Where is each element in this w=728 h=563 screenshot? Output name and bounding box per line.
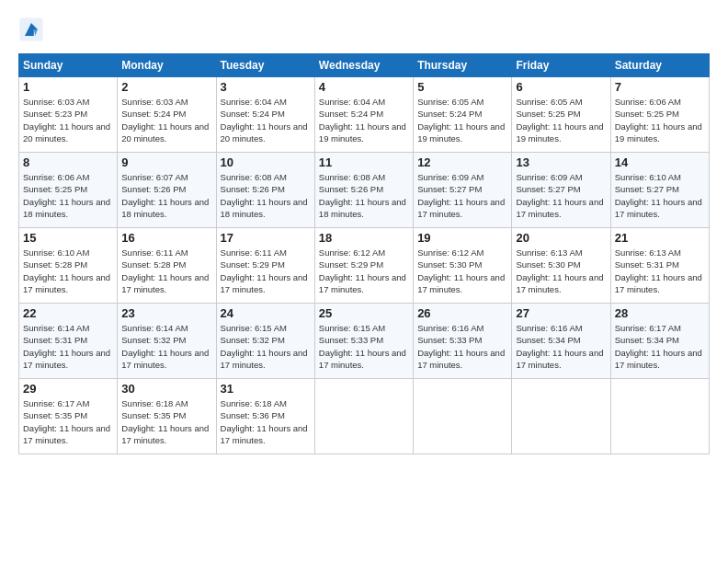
calendar-cell: 28 Sunrise: 6:17 AM Sunset: 5:34 PM Dayl…	[610, 304, 709, 379]
day-number: 29	[23, 382, 113, 396]
daylight: Daylight: 11 hours and 18 minutes.	[121, 197, 209, 219]
logo-icon	[18, 17, 44, 42]
sunrise: Sunrise: 6:04 AM	[221, 97, 287, 107]
sunset: Sunset: 5:24 PM	[417, 109, 482, 119]
day-number: 12	[417, 155, 507, 169]
sunset: Sunset: 5:27 PM	[615, 184, 679, 194]
daylight: Daylight: 11 hours and 17 minutes.	[615, 197, 702, 219]
daylight: Daylight: 11 hours and 18 minutes.	[319, 197, 406, 219]
sunset: Sunset: 5:28 PM	[23, 259, 87, 270]
day-number: 10	[221, 155, 311, 169]
day-info: Sunrise: 6:13 AM Sunset: 5:30 PM Dayligh…	[516, 247, 606, 295]
day-info: Sunrise: 6:08 AM Sunset: 5:26 PM Dayligh…	[221, 171, 311, 220]
calendar-cell: 21 Sunrise: 6:13 AM Sunset: 5:31 PM Dayl…	[610, 228, 709, 304]
sunset: Sunset: 5:29 PM	[221, 259, 285, 270]
calendar-cell: 14 Sunrise: 6:10 AM Sunset: 5:27 PM Dayl…	[610, 153, 709, 228]
calendar-cell: 3 Sunrise: 6:04 AM Sunset: 5:24 PM Dayli…	[216, 77, 314, 153]
day-info: Sunrise: 6:12 AM Sunset: 5:29 PM Dayligh…	[319, 247, 409, 295]
day-number: 13	[516, 155, 606, 169]
daylight: Daylight: 11 hours and 19 minutes.	[615, 121, 702, 144]
calendar-cell: 15 Sunrise: 6:10 AM Sunset: 5:28 PM Dayl…	[19, 228, 118, 304]
day-number: 1	[23, 80, 113, 94]
calendar-cell	[414, 379, 512, 454]
sunset: Sunset: 5:35 PM	[23, 410, 87, 420]
daylight: Daylight: 11 hours and 20 minutes.	[221, 121, 308, 144]
daylight: Daylight: 11 hours and 18 minutes.	[221, 197, 308, 219]
day-info: Sunrise: 6:05 AM Sunset: 5:25 PM Dayligh…	[516, 96, 606, 144]
calendar-cell: 11 Sunrise: 6:08 AM Sunset: 5:26 PM Dayl…	[314, 153, 413, 228]
daylight: Daylight: 11 hours and 19 minutes.	[417, 121, 505, 144]
daylight: Daylight: 11 hours and 17 minutes.	[121, 272, 209, 294]
day-info: Sunrise: 6:14 AM Sunset: 5:31 PM Dayligh…	[23, 322, 113, 371]
sunset: Sunset: 5:36 PM	[221, 410, 285, 420]
calendar-cell: 8 Sunrise: 6:06 AM Sunset: 5:25 PM Dayli…	[19, 153, 118, 228]
sunset: Sunset: 5:33 PM	[319, 335, 383, 345]
sunrise: Sunrise: 6:15 AM	[319, 323, 385, 333]
sunrise: Sunrise: 6:06 AM	[615, 97, 681, 107]
sunset: Sunset: 5:24 PM	[319, 109, 383, 119]
sunset: Sunset: 5:25 PM	[516, 109, 580, 119]
day-number: 28	[615, 306, 705, 320]
sunset: Sunset: 5:26 PM	[319, 184, 383, 194]
calendar-cell: 20 Sunrise: 6:13 AM Sunset: 5:30 PM Dayl…	[512, 228, 610, 304]
sunrise: Sunrise: 6:17 AM	[23, 398, 89, 408]
daylight: Daylight: 11 hours and 17 minutes.	[221, 348, 308, 370]
day-info: Sunrise: 6:03 AM Sunset: 5:23 PM Dayligh…	[23, 96, 113, 144]
day-number: 5	[417, 80, 507, 94]
day-number: 20	[516, 231, 606, 245]
sunrise: Sunrise: 6:13 AM	[615, 247, 681, 258]
calendar-cell: 29 Sunrise: 6:17 AM Sunset: 5:35 PM Dayl…	[19, 379, 118, 454]
day-number: 26	[417, 306, 507, 320]
day-number: 11	[319, 155, 409, 169]
week-row-3: 15 Sunrise: 6:10 AM Sunset: 5:28 PM Dayl…	[19, 228, 710, 304]
day-info: Sunrise: 6:06 AM Sunset: 5:25 PM Dayligh…	[23, 171, 113, 220]
sunset: Sunset: 5:29 PM	[319, 259, 383, 270]
daylight: Daylight: 11 hours and 18 minutes.	[23, 197, 110, 219]
day-info: Sunrise: 6:15 AM Sunset: 5:32 PM Dayligh…	[221, 322, 311, 371]
daylight: Daylight: 11 hours and 17 minutes.	[417, 272, 505, 294]
sunrise: Sunrise: 6:06 AM	[23, 172, 89, 182]
day-number: 19	[417, 231, 507, 245]
sunrise: Sunrise: 6:14 AM	[121, 323, 188, 333]
sunset: Sunset: 5:30 PM	[417, 259, 482, 270]
day-info: Sunrise: 6:12 AM Sunset: 5:30 PM Dayligh…	[417, 247, 507, 295]
sunrise: Sunrise: 6:18 AM	[121, 398, 188, 408]
calendar-cell: 9 Sunrise: 6:07 AM Sunset: 5:26 PM Dayli…	[118, 153, 216, 228]
week-row-4: 22 Sunrise: 6:14 AM Sunset: 5:31 PM Dayl…	[19, 304, 710, 379]
sunrise: Sunrise: 6:03 AM	[121, 97, 188, 107]
calendar-cell: 31 Sunrise: 6:18 AM Sunset: 5:36 PM Dayl…	[216, 379, 314, 454]
daylight: Daylight: 11 hours and 17 minutes.	[417, 348, 505, 370]
daylight: Daylight: 11 hours and 17 minutes.	[221, 272, 308, 294]
sunset: Sunset: 5:23 PM	[23, 109, 87, 119]
sunset: Sunset: 5:30 PM	[516, 259, 580, 270]
day-number: 3	[221, 80, 311, 94]
daylight: Daylight: 11 hours and 17 minutes.	[516, 197, 603, 219]
sunrise: Sunrise: 6:15 AM	[221, 323, 287, 333]
day-info: Sunrise: 6:10 AM Sunset: 5:28 PM Dayligh…	[23, 247, 113, 295]
daylight: Daylight: 11 hours and 17 minutes.	[121, 348, 209, 370]
calendar-cell: 18 Sunrise: 6:12 AM Sunset: 5:29 PM Dayl…	[314, 228, 413, 304]
sunset: Sunset: 5:24 PM	[221, 109, 285, 119]
weekday-header-sunday: Sunday	[19, 54, 118, 77]
day-info: Sunrise: 6:18 AM Sunset: 5:36 PM Dayligh…	[221, 397, 311, 446]
calendar-cell: 10 Sunrise: 6:08 AM Sunset: 5:26 PM Dayl…	[216, 153, 314, 228]
day-info: Sunrise: 6:05 AM Sunset: 5:24 PM Dayligh…	[417, 96, 507, 144]
day-info: Sunrise: 6:08 AM Sunset: 5:26 PM Dayligh…	[319, 171, 409, 220]
calendar-cell: 5 Sunrise: 6:05 AM Sunset: 5:24 PM Dayli…	[414, 77, 512, 153]
sunset: Sunset: 5:26 PM	[121, 184, 186, 194]
daylight: Daylight: 11 hours and 17 minutes.	[23, 272, 110, 294]
sunrise: Sunrise: 6:12 AM	[319, 247, 385, 258]
sunset: Sunset: 5:27 PM	[417, 184, 482, 194]
day-number: 25	[319, 306, 409, 320]
sunrise: Sunrise: 6:09 AM	[516, 172, 582, 182]
daylight: Daylight: 11 hours and 20 minutes.	[23, 121, 110, 144]
day-info: Sunrise: 6:18 AM Sunset: 5:35 PM Dayligh…	[121, 397, 211, 446]
calendar-cell: 13 Sunrise: 6:09 AM Sunset: 5:27 PM Dayl…	[512, 153, 610, 228]
sunrise: Sunrise: 6:16 AM	[417, 323, 483, 333]
day-number: 30	[121, 382, 211, 396]
sunset: Sunset: 5:26 PM	[221, 184, 285, 194]
day-number: 17	[221, 231, 311, 245]
daylight: Daylight: 11 hours and 17 minutes.	[417, 197, 505, 219]
day-number: 14	[615, 155, 705, 169]
day-info: Sunrise: 6:07 AM Sunset: 5:26 PM Dayligh…	[121, 171, 211, 220]
